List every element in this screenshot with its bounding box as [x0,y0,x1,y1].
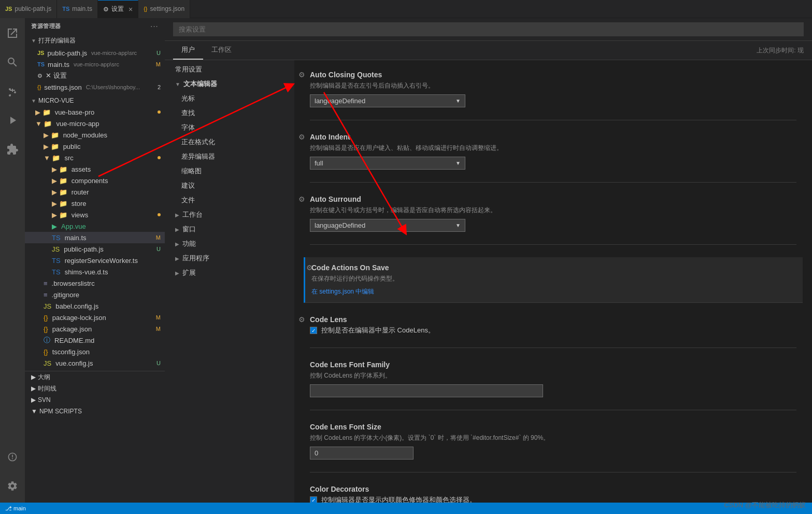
folder-store[interactable]: ▶ 📁 store [25,198,165,209]
settings-search-bar [165,18,812,41]
activity-extensions-icon[interactable] [0,137,25,162]
open-editor-item[interactable]: JS public-path.js vue-micro-app\src U [25,47,165,59]
badge-dot [158,110,161,114]
setting-select-auto-closing-quotes[interactable]: languageDefined ▼ [310,94,465,107]
settings-nav-item-formatting[interactable]: 正在格式化 [165,135,294,149]
file-register-service-worker[interactable]: TS registerServiceWorker.ts [25,255,165,266]
settings-nav-item-cursor[interactable]: 光标 [165,91,294,106]
setting-select-auto-surround[interactable]: languageDefined ▼ [310,219,465,232]
file-public-path[interactable]: JS public-path.js U [25,243,165,255]
chevron-icon: ▼ [31,38,36,44]
folder-components[interactable]: ▶ 📁 components [25,175,165,186]
folder-views[interactable]: ▶ 📁 views [25,209,165,220]
setting-gear-icon[interactable]: ⚙ [298,71,305,79]
settings-tab-workspace[interactable]: 工作区 [203,41,240,60]
ts-icon: TS [52,257,61,265]
file-name: public-path.js [47,49,87,57]
folder-src[interactable]: ▼ 📁 src [25,152,165,163]
folder-icon: ▶ 📁 [52,200,67,207]
settings-nav-item-window[interactable]: ▶ 窗口 [165,222,294,237]
activity-remote-icon[interactable] [0,444,25,469]
folder-vue-micro-app[interactable]: ▼ 📁 vue-micro-app [25,118,165,129]
file-package-json[interactable]: {} package.json M [25,323,165,335]
open-editor-item[interactable]: {} settings.json C:\Users\lshongboy... 2 [25,81,165,93]
settings-json-link[interactable]: 在 settings.json 中编辑 [311,288,374,295]
file-browserslistrc[interactable]: ≡ .browserslistrc [25,277,165,289]
setting-gear-icon[interactable]: ⚙ [298,315,305,324]
svn-section[interactable]: ▶ SVN [25,394,165,406]
setting-checkbox-row: 控制是否在编辑器中显示 CodeLens。 [310,326,796,335]
tab-close-button[interactable]: × [129,5,133,13]
tab-settings[interactable]: ⚙ 设置 × [98,0,138,18]
settings-tabs: 用户 工作区 上次同步时间: 现 [165,41,812,60]
open-editors-section[interactable]: ▼ 打开的编辑器 [25,34,165,47]
activity-source-control-icon[interactable] [0,79,25,104]
settings-nav-item-minimap[interactable]: 缩略图 [165,164,294,178]
settings-nav-item-diff[interactable]: 差异编辑器 [165,149,294,164]
settings-nav-item-workbench[interactable]: ▶ 工作台 [165,207,294,222]
file-name: vue.config.js [55,359,93,367]
setting-title: Auto Closing Quotes [310,71,796,79]
settings-tab-user[interactable]: 用户 [173,41,203,60]
settings-nav-item-extensions[interactable]: ▶ 扩展 [165,266,294,280]
file-name: .gitignore [52,291,79,299]
settings-nav-item-find[interactable]: 查找 [165,106,294,120]
timeline-section[interactable]: ▶ 时间线 [25,383,165,394]
tab-public-path[interactable]: JS public-path.js [0,0,57,18]
setting-code-lens-font-size: Code Lens Font Size 控制 CodeLens 的字体大小(像素… [310,423,796,473]
folder-icon: ▶ 📁 [52,177,67,185]
tab-settings-json[interactable]: {} settings.json [138,0,190,18]
setting-checkbox-code-lens[interactable] [310,327,317,334]
activity-search-icon[interactable] [0,50,25,75]
folder-name: router [72,188,89,196]
setting-title: Auto Surround [310,195,796,203]
file-readme[interactable]: ⓘ README.md [25,335,165,346]
badge-m: M [156,61,161,67]
micro-vue-section[interactable]: ▼ MICRO-VUE [25,95,165,106]
setting-input-code-lens-font-size[interactable] [310,447,414,460]
folder-icon: ▶ 📁 [35,108,51,116]
npm-scripts-label: NPM SCRIPTS [39,408,82,415]
open-editor-item[interactable]: ⚙ ✕ 设置 [25,70,165,81]
sidebar-more-button[interactable]: ··· [151,23,159,30]
settings-nav-item-suggest[interactable]: 建议 [165,178,294,193]
setting-gear-icon[interactable]: ⚙ [298,195,305,203]
tab-main-ts[interactable]: TS main.ts [57,0,98,18]
file-app-vue[interactable]: ▶ App.vue [25,220,165,232]
settings-nav-item-font[interactable]: 字体 [165,120,294,135]
file-tsconfig[interactable]: {} tsconfig.json [25,346,165,357]
settings-nav-item-files[interactable]: 文件 [165,193,294,207]
chevron-icon: ▶ [175,256,179,261]
file-name: public-path.js [64,245,104,253]
file-babel-config[interactable]: JS babel.config.js [25,300,165,312]
file-icon: ≡ [44,280,48,287]
settings-nav-item-application[interactable]: ▶ 应用程序 [165,251,294,266]
folder-public[interactable]: ▶ 📁 public [25,141,165,152]
npm-scripts-section[interactable]: ▼ NPM SCRIPTS [25,406,165,417]
folder-node-modules[interactable]: ▶ 📁 node_modules [25,129,165,141]
folder-vue-base-pro[interactable]: ▶ 📁 vue-base-pro [25,106,165,118]
setting-code-actions-on-save: ⚙ Code Actions On Save 在保存时运行的代码操作类型。 在 … [304,257,803,303]
file-shims-vue[interactable]: TS shims-vue.d.ts [25,266,165,277]
setting-checkbox-color-decorators[interactable] [310,496,317,503]
activity-run-icon[interactable] [0,108,25,133]
setting-gear-icon[interactable]: ⚙ [306,263,313,272]
outline-section[interactable]: ▶ 大纲 [25,371,165,383]
file-package-lock[interactable]: {} package-lock.json M [25,312,165,323]
folder-assets[interactable]: ▶ 📁 assets [25,163,165,175]
file-main-ts[interactable]: TS main.ts M [25,232,165,243]
activity-files-icon[interactable] [0,21,25,46]
file-gitignore[interactable]: ≡ .gitignore [25,289,165,300]
settings-nav-item-text-editor[interactable]: ▼ 文本编辑器 [165,77,294,91]
settings-search-input[interactable] [173,22,804,36]
open-editor-item[interactable]: TS main.ts vue-micro-app\src M [25,59,165,70]
settings-nav-item-features[interactable]: ▶ 功能 [165,237,294,251]
setting-gear-icon[interactable]: ⚙ [298,133,305,141]
setting-select-auto-indent[interactable]: full ▼ [310,157,465,170]
folder-router[interactable]: ▶ 📁 router [25,186,165,198]
file-vue-config[interactable]: JS vue.config.js U [25,357,165,369]
activity-settings-icon[interactable] [0,474,25,498]
settings-nav-item-common[interactable]: 常用设置 [165,62,294,77]
setting-input-code-lens-font-family[interactable] [310,384,543,397]
badge-m: M [156,314,161,321]
